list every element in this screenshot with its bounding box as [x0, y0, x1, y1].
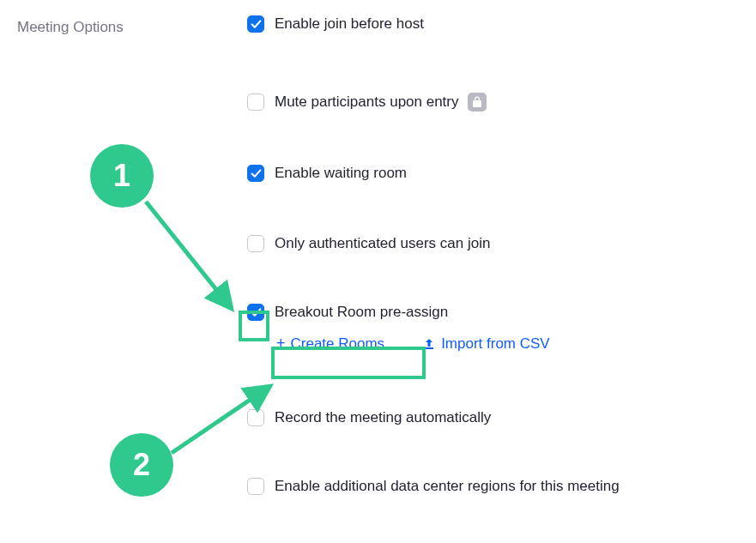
create-rooms-text: Create Rooms — [291, 335, 385, 353]
checkbox-data-center[interactable] — [247, 478, 264, 495]
label-join-before-host: Enable join before host — [275, 15, 424, 33]
label-record-auto: Record the meeting automatically — [275, 409, 491, 426]
label-waiting-room: Enable waiting room — [275, 165, 407, 182]
section-label: Meeting Options — [17, 19, 124, 36]
checkbox-breakout-preassign[interactable] — [247, 304, 264, 321]
step-1-badge: 1 — [90, 144, 154, 208]
label-auth-users: Only authenticated users can join — [275, 235, 490, 252]
checkbox-waiting-room[interactable] — [247, 165, 264, 182]
option-mute-on-entry: Mute participants upon entry — [247, 93, 620, 112]
checkbox-record-auto[interactable] — [247, 409, 264, 426]
lock-icon — [468, 93, 487, 112]
create-rooms-link[interactable]: + Create Rooms — [273, 333, 388, 354]
checkbox-mute-on-entry[interactable] — [247, 94, 264, 111]
checkbox-join-before-host[interactable] — [247, 15, 264, 33]
step-2-badge: 2 — [110, 433, 173, 497]
upload-icon — [422, 337, 436, 351]
option-record-auto: Record the meeting automatically — [247, 409, 620, 426]
import-csv-link[interactable]: Import from CSV — [422, 335, 550, 353]
option-data-center: Enable additional data center regions fo… — [247, 478, 620, 495]
meeting-options-list: Enable join before host Mute participant… — [247, 15, 620, 495]
label-breakout-preassign: Breakout Room pre-assign — [275, 304, 448, 321]
label-data-center: Enable additional data center regions fo… — [275, 478, 620, 495]
breakout-actions: + Create Rooms Import from CSV — [273, 333, 620, 354]
option-breakout-preassign: Breakout Room pre-assign — [247, 304, 620, 321]
option-waiting-room: Enable waiting room — [247, 165, 620, 182]
checkbox-auth-users[interactable] — [247, 235, 264, 252]
import-csv-text: Import from CSV — [441, 335, 550, 353]
option-join-before-host: Enable join before host — [247, 15, 620, 33]
option-auth-users: Only authenticated users can join — [247, 235, 620, 252]
plus-icon: + — [276, 335, 286, 353]
label-mute-on-entry: Mute participants upon entry — [275, 94, 459, 111]
arrow-1 — [146, 202, 232, 309]
